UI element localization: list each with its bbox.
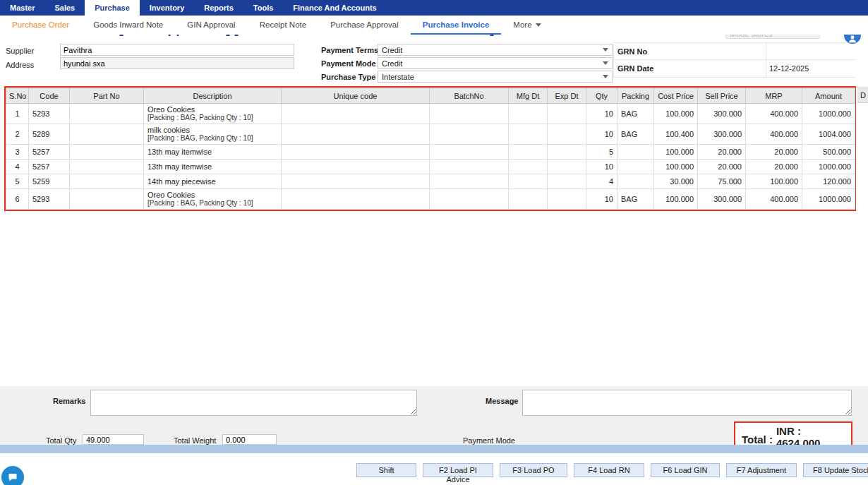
table-row[interactable]: 2 5289 milk cookies [Packing : BAG, Pack… <box>6 124 855 145</box>
cell-packing[interactable] <box>617 174 654 189</box>
cell-qty[interactable]: 10 <box>586 160 617 174</box>
cell-cost-price[interactable]: 100.000 <box>654 145 698 160</box>
cell-sell-price[interactable]: 300.000 <box>698 124 746 145</box>
cell-batch-no[interactable] <box>430 145 509 160</box>
menu-reports[interactable]: Reports <box>194 0 243 16</box>
cell-exp-dt[interactable] <box>548 160 586 174</box>
f6-load-gin-button[interactable]: F6 Load GIN <box>651 463 720 477</box>
cell-unique-code[interactable] <box>282 174 430 189</box>
subnav-goods-inward-note[interactable]: Goods Inward Note <box>81 16 175 35</box>
table-row[interactable]: 4 5257 13th may itemwise 10 100.000 20.0… <box>6 160 855 174</box>
cell-description[interactable]: milk cookies [Packing : BAG, Packing Qty… <box>144 124 282 145</box>
grn-date-value[interactable]: 12-12-2025 <box>766 60 856 77</box>
shift-button[interactable]: Shift <box>356 463 416 477</box>
cell-unique-code[interactable] <box>282 189 430 210</box>
subnav-purchase-invoice[interactable]: Purchase Invoice <box>411 16 502 35</box>
chat-bubble-icon[interactable] <box>1 466 24 485</box>
menu-purchase[interactable]: Purchase <box>85 0 140 16</box>
menu-sales[interactable]: Sales <box>44 0 85 16</box>
cell-qty[interactable]: 10 <box>586 189 617 210</box>
cell-cost-price[interactable]: 30.000 <box>654 174 698 189</box>
cell-mfg-dt[interactable] <box>509 124 548 145</box>
menu-tools[interactable]: Tools <box>243 0 284 16</box>
purchase-type-select[interactable]: Interstate <box>378 71 613 83</box>
subnav-gin-approval[interactable]: GIN Approval <box>175 16 247 35</box>
cell-sell-price[interactable]: 300.000 <box>698 189 746 210</box>
f3-load-po-button[interactable]: F3 Load PO <box>500 463 567 477</box>
menu-finance-accounts[interactable]: Finance And Accounts <box>283 0 386 16</box>
cell-cost-price[interactable]: 100.000 <box>654 160 698 174</box>
total-qty-input[interactable] <box>83 434 144 445</box>
menu-inventory[interactable]: Inventory <box>140 0 195 16</box>
cell-unique-code[interactable] <box>282 160 430 174</box>
f7-adjustment-button[interactable]: F7 Adjustment <box>726 463 797 477</box>
cell-part-no[interactable] <box>70 189 144 210</box>
cell-part-no[interactable] <box>70 104 144 124</box>
cell-mfg-dt[interactable] <box>509 145 548 160</box>
cell-mfg-dt[interactable] <box>509 104 548 124</box>
cell-batch-no[interactable] <box>430 189 509 210</box>
table-row[interactable]: 6 5293 Oreo Cookies [Packing : BAG, Pack… <box>6 189 855 210</box>
cell-sell-price[interactable]: 300.000 <box>698 104 746 124</box>
cell-batch-no[interactable] <box>430 174 509 189</box>
cell-unique-code[interactable] <box>282 124 430 145</box>
cell-exp-dt[interactable] <box>548 104 586 124</box>
supplier-input[interactable] <box>60 44 294 56</box>
cell-part-no[interactable] <box>70 174 144 189</box>
cell-cost-price[interactable]: 100.000 <box>654 189 698 210</box>
cell-packing[interactable]: BAG <box>617 124 654 145</box>
f4-load-rn-button[interactable]: F4 Load RN <box>574 463 644 477</box>
cell-description[interactable]: 13th may itemwise <box>144 145 282 160</box>
cell-mrp[interactable]: 400.000 <box>746 104 802 124</box>
cell-exp-dt[interactable] <box>548 189 586 210</box>
f2-load-pi-advice-button[interactable]: F2 Load PI Advice <box>423 463 493 477</box>
cell-packing[interactable] <box>617 145 654 160</box>
cell-qty[interactable]: 5 <box>586 145 617 160</box>
total-weight-input[interactable] <box>222 434 277 445</box>
cell-unique-code[interactable] <box>282 145 430 160</box>
message-textarea[interactable] <box>522 390 852 416</box>
cell-code[interactable]: 5259 <box>29 174 70 189</box>
f8-update-stock-button[interactable]: F8 Update Stock <box>803 463 868 477</box>
cell-part-no[interactable] <box>70 145 144 160</box>
cell-code[interactable]: 5293 <box>29 189 70 210</box>
menu-master[interactable]: Master <box>0 0 44 16</box>
remarks-textarea[interactable] <box>90 390 417 416</box>
cell-qty[interactable]: 10 <box>586 124 617 145</box>
cell-code[interactable]: 5257 <box>29 160 70 174</box>
cell-mrp[interactable]: 20.000 <box>746 145 802 160</box>
payment-terms-select[interactable]: Credit <box>378 44 613 56</box>
cell-unique-code[interactable] <box>282 104 430 124</box>
cell-batch-no[interactable] <box>430 104 509 124</box>
cell-mrp[interactable]: 20.000 <box>746 160 802 174</box>
cell-description[interactable]: Oreo Cookies [Packing : BAG, Packing Qty… <box>144 189 282 210</box>
table-row[interactable]: 5 5259 14th may piecewise 4 30.000 75.00… <box>6 174 855 189</box>
cell-mrp[interactable]: 100.000 <box>746 174 802 189</box>
cell-cost-price[interactable]: 100.400 <box>654 124 698 145</box>
cell-sell-price[interactable]: 20.000 <box>698 145 746 160</box>
table-row[interactable]: 1 5293 Oreo Cookies [Packing : BAG, Pack… <box>6 104 855 124</box>
address-input[interactable] <box>60 57 294 69</box>
subnav-purchase-order[interactable]: Purchase Order <box>0 16 81 35</box>
subnav-more[interactable]: More <box>501 16 553 35</box>
subnav-receipt-note[interactable]: Receipt Note <box>248 16 318 35</box>
cell-exp-dt[interactable] <box>548 174 586 189</box>
cell-packing[interactable]: BAG <box>617 104 654 124</box>
cell-exp-dt[interactable] <box>548 124 586 145</box>
cell-description[interactable]: 14th may piecewise <box>144 174 282 189</box>
grn-no-value[interactable] <box>766 43 856 59</box>
cell-mfg-dt[interactable] <box>509 160 548 174</box>
table-row[interactable]: 3 5257 13th may itemwise 5 100.000 20.00… <box>6 145 855 160</box>
payment-mode-select[interactable]: Credit <box>378 57 613 69</box>
cell-mfg-dt[interactable] <box>509 189 548 210</box>
cell-cost-price[interactable]: 100.000 <box>654 104 698 124</box>
cell-part-no[interactable] <box>70 160 144 174</box>
cell-mfg-dt[interactable] <box>509 174 548 189</box>
cell-sell-price[interactable]: 20.000 <box>698 160 746 174</box>
subnav-purchase-approval[interactable]: Purchase Approval <box>318 16 411 35</box>
cell-qty[interactable]: 4 <box>586 174 617 189</box>
cell-mrp[interactable]: 400.000 <box>746 124 802 145</box>
cell-description[interactable]: Oreo Cookies [Packing : BAG, Packing Qty… <box>144 104 282 124</box>
cell-batch-no[interactable] <box>430 160 509 174</box>
cell-packing[interactable] <box>617 160 654 174</box>
